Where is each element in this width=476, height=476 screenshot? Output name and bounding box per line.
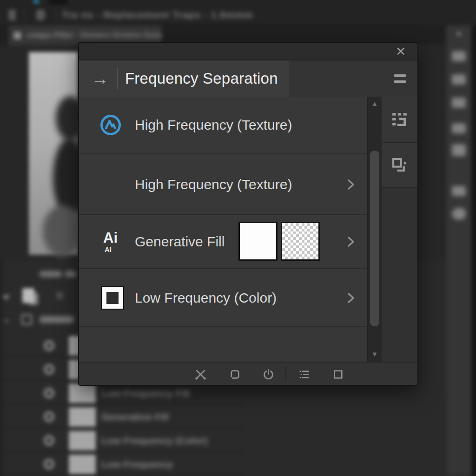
chevron-right-icon[interactable] xyxy=(345,291,357,305)
frequency-separation-panel: ✕ → Frequency Separation High Frequency … xyxy=(78,42,418,386)
app-window: Tra ns - Replacement Traps - 1.6mmm cola… xyxy=(0,0,476,476)
close-icon[interactable]: ✕ xyxy=(391,44,410,60)
scroll-up-icon[interactable]: ▲ xyxy=(368,99,382,107)
panel-footer-toolbar xyxy=(79,362,417,385)
panel-menu-icon[interactable] xyxy=(391,72,409,86)
list-item-generative-fill[interactable]: Ai AI Generative Fill xyxy=(79,215,367,269)
chevron-right-icon[interactable] xyxy=(345,235,357,249)
layer-thumbnail-icon xyxy=(101,286,124,310)
list-item-high-frequency[interactable]: High Frequency (Texture) xyxy=(79,154,367,215)
item-label: High Frequency (Texture) xyxy=(135,177,292,192)
scrollbar-thumb[interactable] xyxy=(370,151,379,326)
panel-title: Frequency Separation xyxy=(125,70,278,87)
rounded-square-open-icon xyxy=(229,368,241,381)
playback-list-icon xyxy=(298,368,311,381)
fill-thumbnail-white[interactable] xyxy=(238,222,278,261)
footer-divider xyxy=(285,366,286,382)
power-icon xyxy=(262,368,275,381)
cut-cross-paths-button[interactable] xyxy=(192,366,209,383)
stop-square-icon xyxy=(332,368,344,381)
stop-square-button[interactable] xyxy=(330,366,346,383)
panel-side-strip xyxy=(382,97,417,362)
ai-badge-icon: Ai AI xyxy=(103,231,123,253)
side-button-dashed-selection[interactable] xyxy=(382,97,417,143)
chevron-right-icon[interactable] xyxy=(345,178,357,192)
list-item-high-frequency-header[interactable]: High Frequency (Texture) xyxy=(79,97,367,154)
panel-header: → Frequency Separation xyxy=(79,60,417,97)
panel-titlebar[interactable]: ✕ xyxy=(79,43,417,60)
cut-cross-paths-icon xyxy=(194,368,207,381)
action-play-circle-icon xyxy=(99,114,122,136)
action-list: High Frequency (Texture) High Frequency … xyxy=(79,97,367,362)
item-label: High Frequency (Texture) xyxy=(135,117,292,133)
dashed-selection-corner-icon xyxy=(391,111,408,128)
header-divider xyxy=(117,68,118,89)
side-strip-empty xyxy=(382,188,417,362)
power-button[interactable] xyxy=(260,366,277,383)
scroll-down-icon[interactable]: ▼ xyxy=(368,350,382,358)
scrollbar[interactable]: ▲ ▼ xyxy=(367,97,382,362)
list-item-low-frequency[interactable]: Low Frequency (Color) xyxy=(79,269,367,327)
mask-thumbnail-transparent[interactable] xyxy=(281,222,320,261)
rounded-square-button[interactable] xyxy=(226,366,243,383)
frame-with-dots-icon xyxy=(392,158,407,173)
arrow-right-icon[interactable]: → xyxy=(91,70,109,87)
panel-body: High Frequency (Texture) High Frequency … xyxy=(79,97,417,362)
playback-list-button[interactable] xyxy=(296,366,312,383)
item-label: Generative Fill xyxy=(135,234,225,250)
side-button-frame-dots[interactable] xyxy=(382,143,417,188)
item-label: Low Frequency (Color) xyxy=(135,290,277,306)
list-empty-row xyxy=(79,327,367,362)
